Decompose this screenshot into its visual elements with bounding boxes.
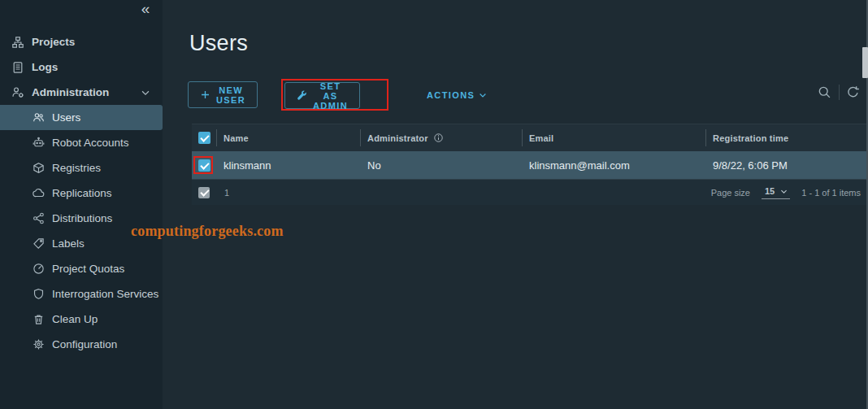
cell-name: klinsmann [216, 151, 360, 179]
sidebar-item-label: Users [52, 111, 80, 124]
items-range: 1 - 1 of 1 items [801, 188, 861, 198]
registries-icon [33, 162, 45, 174]
page-number: 1 [224, 188, 229, 198]
actions-dropdown[interactable]: ACTIONS [427, 81, 488, 108]
sidebar-item-label: Registries [52, 162, 101, 174]
sidebar-item-robot-accounts[interactable]: Robot Accounts [0, 130, 163, 155]
search-icon[interactable] [816, 84, 832, 100]
new-user-button[interactable]: NEW USER [188, 81, 258, 108]
column-header-registration-time[interactable]: Registration time [705, 124, 868, 151]
users-icon [33, 111, 45, 124]
quotas-icon [33, 263, 45, 275]
sidebar-collapse-icon[interactable]: « [135, 0, 156, 20]
column-header-administrator[interactable]: Administrator [360, 124, 522, 151]
sidebar-item-label: Projects [32, 36, 75, 48]
robot-icon [33, 137, 45, 149]
sidebar-item-project-quotas[interactable]: Project Quotas [0, 256, 163, 281]
plus-icon [200, 89, 210, 100]
sidebar: « Projects Logs Administration [0, 0, 163, 409]
table-header-row: Name Administrator Email Registration ti… [192, 124, 868, 151]
sidebar-item-label: Labels [52, 237, 85, 250]
sidebar-item-projects[interactable]: Projects [0, 29, 163, 54]
cell-email: klinsmann@mail.com [522, 151, 705, 179]
refresh-icon[interactable] [844, 84, 861, 100]
cell-registration-time: 9/8/22, 6:06 PM [705, 151, 868, 179]
new-user-label: NEW USER [216, 85, 245, 105]
page-size-value: 15 [765, 186, 775, 196]
page-title: Users [189, 31, 248, 56]
sidebar-item-label: Robot Accounts [52, 137, 129, 149]
sidebar-item-label: Interrogation Services [52, 288, 158, 300]
harbor-users-page: « Projects Logs Administration [0, 0, 868, 409]
scrollbar-thumb[interactable] [862, 47, 868, 78]
sidebar-item-label: Distributions [52, 212, 112, 224]
set-as-admin-button[interactable]: SET AS ADMIN [284, 82, 360, 109]
table-row[interactable]: klinsmann No klinsmann@mail.com 9/8/22, … [192, 151, 868, 179]
chevron-down-icon [478, 90, 488, 100]
chevron-down-icon [140, 87, 151, 98]
divider [839, 85, 840, 100]
column-header-email[interactable]: Email [522, 124, 705, 151]
page-size-select[interactable]: 15 [762, 185, 790, 199]
sidebar-item-label: Logs [32, 61, 58, 73]
row-checkbox[interactable] [198, 159, 210, 172]
logs-icon [11, 61, 24, 74]
actions-label: ACTIONS [427, 90, 475, 100]
wrench-icon [297, 90, 307, 101]
page-size-label: Page size [711, 188, 750, 198]
sidebar-item-configuration[interactable]: Configuration [0, 332, 163, 357]
labels-icon [33, 237, 45, 250]
sidebar-item-users[interactable]: Users [0, 105, 163, 130]
sidebar-item-clean-up[interactable]: Clean Up [0, 307, 163, 332]
table-tools [816, 84, 861, 100]
trash-icon [33, 313, 45, 325]
sidebar-item-label: Configuration [52, 338, 117, 350]
sidebar-item-label: Project Quotas [52, 263, 124, 275]
footer-checkbox[interactable] [198, 187, 210, 198]
sidebar-item-replications[interactable]: Replications [0, 181, 163, 206]
select-all-checkbox[interactable] [198, 132, 210, 144]
cell-administrator: No [360, 151, 522, 179]
sidebar-item-interrogation-services[interactable]: Interrogation Services [0, 281, 163, 307]
replications-icon [33, 187, 45, 199]
set-as-admin-label: SET AS ADMIN [313, 81, 348, 111]
projects-icon [11, 36, 24, 49]
sidebar-item-label: Administration [32, 86, 109, 98]
chevron-down-icon [779, 187, 788, 196]
shield-icon [33, 288, 45, 300]
main-content: Users NEW USER SET AS ADMIN ACTIONS [163, 0, 868, 409]
table-footer: 1 Page size 15 1 - 1 of 1 items [192, 179, 868, 205]
users-table: Name Administrator Email Registration ti… [192, 124, 868, 205]
info-icon[interactable] [433, 133, 444, 143]
sidebar-nav: Projects Logs Administration [0, 29, 163, 357]
distributions-icon [33, 212, 45, 224]
watermark: computingforgeeks.com [131, 223, 284, 240]
sidebar-item-label: Replications [52, 187, 112, 199]
column-header-name[interactable]: Name [216, 124, 360, 151]
sidebar-item-administration[interactable]: Administration [0, 80, 163, 105]
sidebar-item-registries[interactable]: Registries [0, 155, 163, 181]
sidebar-item-logs[interactable]: Logs [0, 54, 163, 80]
gear-icon [33, 338, 45, 350]
sidebar-item-label: Clean Up [52, 313, 98, 325]
administration-icon [11, 86, 24, 99]
